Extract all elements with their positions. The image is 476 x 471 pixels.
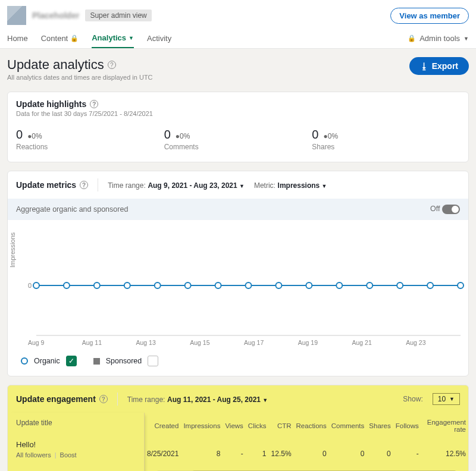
data-point[interactable] bbox=[124, 282, 130, 288]
export-label: Export bbox=[432, 61, 458, 71]
show-label: Show: bbox=[403, 395, 422, 403]
engagement-header: Update engagement ? Time range: Aug 11, … bbox=[8, 385, 468, 413]
aggregate-state: Off bbox=[430, 205, 440, 213]
svg-text:0: 0 bbox=[28, 282, 32, 289]
table-row[interactable]: Hello!All followers|Boost bbox=[8, 433, 144, 466]
tab-home-label: Home bbox=[7, 34, 28, 43]
metric-picker[interactable]: Metric: Impressions ▼ bbox=[254, 181, 327, 190]
data-point[interactable] bbox=[306, 282, 312, 288]
col-header: Engagement rate bbox=[421, 413, 468, 439]
highlight-label: Reactions bbox=[16, 143, 164, 151]
data-point[interactable] bbox=[275, 282, 281, 288]
tab-content[interactable]: Content 🔒 bbox=[41, 29, 79, 48]
show-count-dropdown[interactable]: 10 ▼ bbox=[433, 393, 460, 405]
col-header: Created bbox=[145, 413, 181, 439]
highlight-delta: ●0% bbox=[323, 132, 338, 140]
metrics-card: Update metrics ? Time range: Aug 9, 2021… bbox=[7, 171, 469, 376]
time-range-label: Time range: bbox=[127, 395, 165, 404]
col-header: Impressions bbox=[181, 413, 223, 439]
chevron-down-icon: ▼ bbox=[262, 397, 268, 403]
chevron-down-icon: ▼ bbox=[129, 35, 134, 41]
sponsored-marker-icon bbox=[93, 358, 100, 365]
col-header: Comments bbox=[329, 413, 367, 439]
toggle-switch[interactable] bbox=[442, 205, 460, 214]
table-cell: 12.5% bbox=[421, 439, 468, 469]
help-icon[interactable]: ? bbox=[108, 61, 116, 69]
table-cell: 1 bbox=[246, 439, 269, 469]
admin-tools-dropdown[interactable]: 🔒 Admin tools ▼ bbox=[408, 29, 469, 48]
engagement-title-text: Update engagement bbox=[16, 394, 96, 404]
page-title: Update analytics ? bbox=[7, 57, 153, 73]
aggregate-toggle[interactable]: Off bbox=[430, 205, 460, 214]
horizontal-scrollbar[interactable]: ◀ ▶ bbox=[145, 469, 468, 471]
organic-checkbox[interactable]: ✓ bbox=[66, 356, 77, 366]
legend-sponsored-label: Sponsored bbox=[106, 357, 142, 365]
help-icon[interactable]: ? bbox=[80, 181, 88, 189]
aggregate-toggle-row: Aggregate organic and sponsored Off bbox=[8, 199, 468, 220]
metrics-title-text: Update metrics bbox=[16, 180, 76, 190]
engagement-card: Update engagement ? Time range: Aug 11, … bbox=[7, 385, 469, 471]
table-cell: 8/25/2021 bbox=[145, 439, 181, 469]
data-point[interactable] bbox=[215, 282, 221, 288]
company-logo[interactable] bbox=[7, 6, 26, 25]
aggregate-label: Aggregate organic and sponsored bbox=[16, 205, 128, 213]
line-chart: 0 bbox=[16, 226, 465, 339]
chevron-down-icon: ▼ bbox=[322, 183, 327, 189]
x-tick: Aug 17 bbox=[244, 339, 298, 346]
data-point[interactable] bbox=[64, 282, 70, 288]
col-header: Follows bbox=[393, 413, 421, 439]
help-icon[interactable]: ? bbox=[90, 100, 98, 108]
data-point[interactable] bbox=[185, 282, 191, 288]
tab-activity[interactable]: Activity bbox=[147, 29, 171, 48]
data-point[interactable] bbox=[94, 282, 100, 288]
engagement-table: Update title Hello!All followers|Boost C… bbox=[8, 413, 468, 471]
col-update-title: Update title bbox=[8, 413, 144, 433]
col-header: Clicks bbox=[246, 413, 269, 439]
tab-content-label: Content bbox=[41, 34, 68, 43]
chevron-down-icon: ▼ bbox=[449, 396, 455, 402]
col-header: Views bbox=[223, 413, 245, 439]
time-range-picker[interactable]: Time range: Aug 9, 2021 - Aug 23, 2021 ▼ bbox=[108, 181, 245, 190]
nav-tabs: Home Content 🔒 Analytics ▼ Activity 🔒 Ad… bbox=[7, 29, 469, 48]
boost-link[interactable]: Boost bbox=[60, 451, 77, 459]
x-tick: Aug 15 bbox=[190, 339, 244, 346]
data-point[interactable] bbox=[397, 282, 403, 288]
tab-analytics[interactable]: Analytics ▼ bbox=[92, 29, 134, 48]
y-axis-label: Impressions bbox=[9, 233, 16, 268]
table-cell: - bbox=[393, 439, 421, 469]
tab-home[interactable]: Home bbox=[7, 29, 28, 48]
table-cell: 0 bbox=[329, 439, 367, 469]
table-cell: - bbox=[223, 439, 245, 469]
highlight-value: 0 bbox=[312, 128, 318, 142]
divider bbox=[98, 178, 98, 191]
metrics-header: Update metrics ? Time range: Aug 9, 2021… bbox=[8, 171, 468, 199]
highlight-cell: 0●0%Shares bbox=[312, 128, 460, 151]
data-point[interactable] bbox=[427, 282, 433, 288]
show-value: 10 bbox=[438, 395, 446, 403]
data-point[interactable] bbox=[155, 282, 161, 288]
help-icon[interactable]: ? bbox=[99, 395, 108, 403]
company-name[interactable]: Placeholder bbox=[32, 11, 79, 20]
data-point[interactable] bbox=[458, 282, 464, 288]
view-as-member-button[interactable]: View as member bbox=[390, 8, 469, 24]
page-subtitle: All analytics dates and times are displa… bbox=[7, 74, 153, 81]
table-row: 8/25/20218-112.5%000-12.5% bbox=[145, 439, 468, 469]
highlights-title: Update highlights ? bbox=[16, 99, 460, 109]
x-tick: Aug 23 bbox=[406, 339, 460, 346]
highlight-label: Comments bbox=[164, 143, 312, 151]
lock-icon: 🔒 bbox=[70, 34, 79, 42]
time-range-value: Aug 9, 2021 - Aug 23, 2021 ▼ bbox=[148, 181, 245, 190]
data-point[interactable] bbox=[246, 282, 252, 288]
data-point[interactable] bbox=[33, 282, 39, 288]
tab-analytics-label: Analytics bbox=[92, 33, 126, 42]
data-point[interactable] bbox=[367, 282, 372, 288]
data-point[interactable] bbox=[336, 282, 342, 288]
x-tick: Aug 11 bbox=[82, 339, 136, 346]
engagement-title-column: Update title Hello!All followers|Boost bbox=[8, 413, 145, 471]
metric-value: Impressions ▼ bbox=[278, 181, 327, 190]
sponsored-checkbox[interactable] bbox=[148, 356, 158, 366]
export-button[interactable]: ⭳ Export bbox=[409, 57, 469, 75]
chevron-down-icon: ▼ bbox=[239, 183, 245, 189]
highlight-cell: 0●0%Reactions bbox=[16, 128, 164, 151]
engagement-time-range-picker[interactable]: Time range: Aug 11, 2021 - Aug 25, 2021 … bbox=[127, 395, 268, 404]
